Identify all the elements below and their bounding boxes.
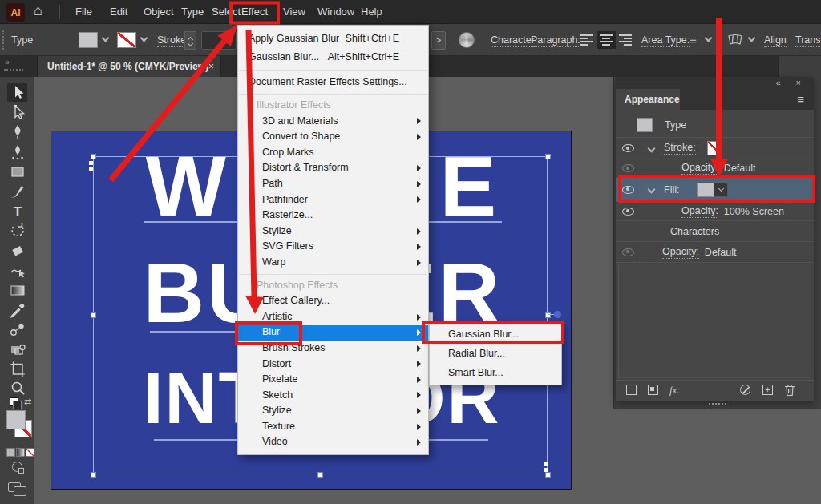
gradient-button[interactable] (16, 448, 25, 457)
selection-handle[interactable] (91, 472, 96, 478)
tab-appearance[interactable]: Appearance (616, 89, 680, 110)
eyedropper-tool[interactable] (7, 300, 27, 319)
menu-item-artistic[interactable]: Artistic (238, 309, 428, 325)
artboard-tool[interactable] (7, 359, 27, 377)
curvature-tool[interactable] (7, 143, 27, 161)
shape-builder-tool[interactable] (7, 340, 27, 358)
row-label[interactable]: Opacity: (681, 205, 718, 218)
eye-icon[interactable] (622, 186, 634, 194)
menu-item-blur[interactable]: Blur (238, 325, 428, 341)
submenu-item-radial-blur[interactable]: Radial Blur... (430, 344, 561, 363)
menu-item-rasterize[interactable]: Rasterize... (238, 208, 428, 224)
selection-widget-dot[interactable] (554, 311, 561, 318)
selection-tool[interactable] (7, 83, 27, 102)
close-tab-icon[interactable]: × (208, 56, 214, 77)
eye-icon[interactable] (622, 144, 634, 152)
app-logo-icon[interactable]: Ai (6, 3, 25, 22)
overflow-arrow-button[interactable]: > (431, 31, 446, 50)
menu-item-video[interactable]: Video (238, 434, 428, 450)
row-label[interactable]: Stroke: (664, 142, 696, 155)
fill-dropdown[interactable] (714, 183, 728, 197)
align-center-button[interactable] (597, 31, 616, 49)
gradient-tool[interactable] (7, 280, 27, 299)
blend-tool[interactable] (7, 320, 27, 338)
tab-overflow-icon[interactable]: » (5, 57, 10, 67)
chevron-down-icon[interactable] (102, 34, 110, 42)
row-label[interactable]: Fill: (664, 184, 679, 196)
row-label[interactable]: Opacity: (662, 246, 699, 259)
menubar-item-help[interactable]: Help (358, 0, 386, 24)
menu-item-stylize[interactable]: Stylize (238, 224, 428, 240)
eye-icon[interactable] (622, 248, 634, 256)
pen-tool[interactable] (7, 123, 27, 141)
menu-item-sketch[interactable]: Sketch (238, 388, 428, 404)
panel-resize-grip[interactable] (709, 403, 726, 405)
appearance-row-opacity-100-screen[interactable]: Opacity:100% Screen (616, 202, 814, 221)
selection-handle[interactable] (545, 154, 551, 159)
clear-appearance-icon[interactable] (740, 385, 750, 395)
menu-item-effect-gallery[interactable]: Effect Gallery... (238, 293, 428, 309)
document-tab[interactable]: Untitled-1* @ 50 % (CMYK/Preview) × (37, 56, 221, 77)
menu-item-gaussian-blur[interactable]: Gaussian Blur...Alt+Shift+Ctrl+E (238, 48, 428, 67)
appearance-row-fill[interactable]: Fill: (616, 178, 814, 202)
menu-item-brush-strokes[interactable]: Brush Strokes (238, 341, 428, 357)
rectangle-tool[interactable] (7, 162, 27, 180)
chevron-down-icon[interactable] (648, 144, 656, 152)
chevron-down-icon[interactable] (748, 34, 756, 42)
color-button[interactable] (6, 448, 15, 457)
menu-item-warp[interactable]: Warp (238, 255, 428, 271)
add-new-effect-icon[interactable]: fx. (669, 384, 680, 397)
rotate-tool[interactable] (7, 221, 27, 240)
appearance-row-opacity-default[interactable]: Opacity:Default (616, 159, 814, 178)
paintbrush-tool[interactable] (7, 182, 27, 200)
stroke-weight-stepper[interactable] (184, 31, 196, 50)
stroke-swatch[interactable] (707, 141, 722, 155)
direct-selection-tool[interactable] (7, 103, 27, 122)
duplicate-item-icon[interactable]: + (762, 385, 773, 395)
submenu-item-smart-blur[interactable]: Smart Blur... (430, 363, 561, 382)
paragraph-link[interactable]: Paragraph: (531, 33, 580, 47)
swap-fill-stroke-icon[interactable]: ⇄ (24, 397, 31, 407)
warp-grid-icon[interactable] (726, 33, 744, 50)
menu-item-pathfinder[interactable]: Pathfinder (238, 192, 428, 208)
eraser-tool[interactable] (7, 241, 27, 260)
menu-item-path[interactable]: Path (238, 176, 428, 192)
add-new-stroke-icon[interactable] (626, 385, 637, 395)
menu-item-pixelate[interactable]: Pixelate (238, 372, 428, 388)
type-tool[interactable]: T (7, 202, 27, 220)
chevron-down-icon[interactable] (140, 34, 148, 42)
appearance-row-opacity-default[interactable]: Opacity:Default (616, 242, 814, 263)
stroke-color-swatch[interactable] (117, 32, 136, 48)
menu-item-3d-and-materials[interactable]: 3D and Materials (238, 114, 428, 130)
delete-item-icon[interactable] (784, 384, 795, 400)
character-link[interactable]: Character (491, 33, 535, 47)
fill-swatch[interactable] (697, 183, 714, 197)
color-wheel-icon[interactable] (459, 32, 475, 48)
menu-item-convert-to-shape[interactable]: Convert to Shape (238, 129, 428, 145)
menu-item-crop-marks[interactable]: Crop Marks (238, 145, 428, 161)
appearance-row-characters[interactable]: Characters (616, 221, 814, 242)
appearance-row-stroke[interactable]: Stroke: (616, 138, 814, 159)
menubar-item-view[interactable]: View (280, 0, 309, 24)
add-new-fill-icon[interactable] (648, 385, 658, 395)
selection-handle[interactable] (91, 312, 96, 318)
zoom-tool[interactable] (7, 379, 27, 397)
align-left-button[interactable] (577, 31, 597, 49)
stroke-weight-field[interactable] (201, 31, 237, 50)
type-swatch[interactable] (637, 118, 653, 132)
appearance-row-type[interactable]: Type (616, 112, 814, 138)
tab-bar-grip[interactable] (4, 69, 23, 71)
chevron-down-icon[interactable] (705, 34, 713, 42)
menubar-item-object[interactable]: Object (140, 0, 177, 24)
selection-handle[interactable] (91, 154, 96, 159)
menu-item-svg-filters[interactable]: SVG Filters (238, 239, 428, 255)
submenu-item-gaussian-blur[interactable]: Gaussian Blur... (430, 325, 561, 344)
none-button[interactable] (26, 448, 34, 457)
area-type-link[interactable]: Area Type: (641, 33, 690, 47)
menu-item-document-raster-effects-settings[interactable]: Document Raster Effects Settings... (238, 74, 428, 91)
align-right-button[interactable] (616, 31, 635, 49)
menu-item-stylize[interactable]: Stylize (238, 403, 428, 419)
fill-color-swatch[interactable] (79, 32, 98, 48)
menubar-item-window[interactable]: Window (314, 0, 358, 24)
selection-handle[interactable] (317, 472, 323, 478)
